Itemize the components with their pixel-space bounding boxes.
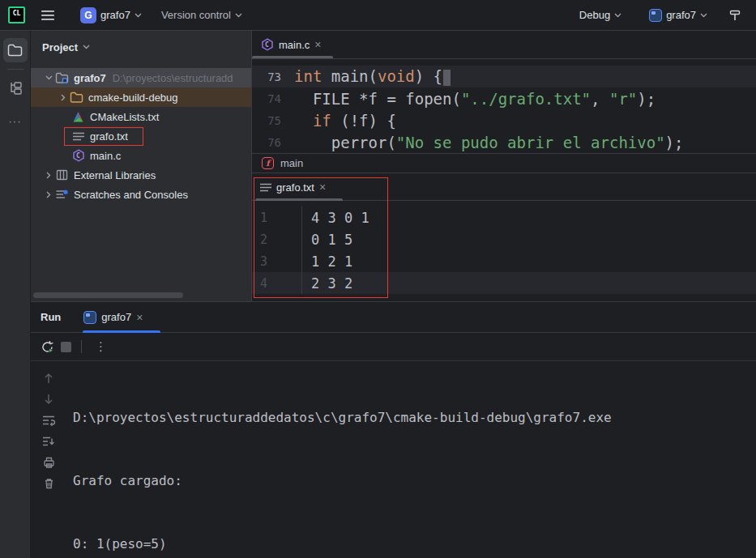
code-line: 76 perror("No se pudo abrir el archivo")… — [252, 131, 756, 153]
chevron-down-icon[interactable] — [42, 75, 55, 80]
rerun-button[interactable] — [41, 340, 54, 354]
code-line: 73 int main(void) { — [252, 66, 756, 87]
scroll-to-end-button[interactable] — [41, 431, 57, 452]
tree-row-project-root[interactable]: grafo7 D:\proyectos\estructuradd — [31, 68, 251, 87]
tree-label: grafo7 — [74, 72, 106, 84]
soft-wrap-button[interactable] — [41, 410, 57, 431]
stop-button[interactable] — [61, 342, 71, 352]
project-folder-icon — [55, 71, 69, 85]
chevron-down-icon — [700, 13, 707, 18]
hamburger-icon — [41, 11, 54, 20]
chevron-down-icon — [235, 13, 242, 18]
ide-window: CL G grafo7 Version control Debug grafo7 — [0, 0, 756, 558]
code-line: 74 FILE *f = fopen("../grafo.txt", "r"); — [252, 87, 756, 109]
run-tool-window: Run grafo7 × ⋮ — [31, 301, 756, 558]
function-icon: f — [262, 157, 274, 169]
tree-row-cmakelists[interactable]: CMakeLists.txt — [31, 107, 251, 126]
code-view[interactable]: 73 int main(void) { 74 FILE *f = fopen("… — [252, 59, 756, 153]
grafo-file-view[interactable]: 1 4 3 0 1 2 0 1 5 3 1 2 1 4 2 3 2 — [252, 201, 756, 294]
run-config-label: grafo7 — [666, 9, 696, 21]
tab-grafo-txt[interactable]: grafo.txt × — [252, 173, 334, 201]
tree-row-main-c[interactable]: C main.c — [31, 146, 251, 165]
line-number: 74 — [252, 92, 294, 105]
project-widget[interactable]: G grafo7 — [75, 4, 147, 27]
grafo-line: 2 0 1 5 — [252, 228, 756, 250]
tree-label: main.c — [90, 150, 121, 162]
grafo-tab-bar: grafo.txt × — [252, 173, 756, 201]
console-gutter — [31, 361, 66, 558]
structure-icon — [8, 81, 23, 96]
chevron-down-icon — [614, 13, 621, 18]
c-file-icon: C — [260, 38, 274, 52]
code-line: 75 if (!f) { — [252, 109, 756, 131]
project-tool-button[interactable] — [3, 38, 28, 62]
close-icon[interactable]: × — [314, 39, 321, 50]
more-options-button[interactable]: ⋮ — [92, 339, 110, 354]
active-tab-indicator — [252, 56, 333, 58]
console: D:\proyectos\estructuraddedatos\c\grafo7… — [31, 361, 756, 558]
tab-label: grafo.txt — [276, 181, 314, 194]
tree-row-scratches[interactable]: Scratches and Consoles — [31, 185, 251, 204]
console-line: 0: 1(peso=5) — [73, 534, 612, 555]
active-tab-indicator — [83, 330, 160, 333]
line-number: 3 — [252, 250, 302, 272]
scratches-icon — [55, 188, 69, 202]
grafo-line: 1 4 3 0 1 — [252, 207, 756, 228]
close-icon[interactable]: × — [319, 181, 326, 193]
tree-label: External Libraries — [74, 169, 156, 181]
chevron-right-icon[interactable] — [42, 172, 55, 179]
toolbar-separator — [81, 340, 82, 353]
tree-row-cmake-build-debug[interactable]: cmake-build-debug — [31, 87, 251, 107]
tab-main-c[interactable]: C main.c × — [252, 31, 329, 58]
more-tool-windows-button[interactable]: ··· — [3, 109, 28, 133]
tree-label: cmake-build-debug — [88, 92, 178, 104]
c-letter: C — [265, 41, 269, 49]
run-config-icon — [649, 9, 662, 22]
horizontal-scrollbar[interactable] — [33, 292, 183, 298]
hammer-icon — [728, 9, 741, 22]
run-panel-title[interactable]: Run — [31, 311, 75, 323]
line-number: 1 — [252, 207, 302, 228]
scroll-down-button[interactable] — [41, 389, 57, 410]
debug-mode-label: Debug — [579, 9, 610, 21]
tree-row-external-libraries[interactable]: External Libraries — [31, 165, 251, 185]
project-panel-header[interactable]: Project — [31, 31, 251, 63]
grafo-line: 3 1 2 1 — [252, 250, 756, 272]
print-button[interactable] — [41, 452, 57, 473]
cmake-icon — [71, 110, 85, 124]
more-icon: ··· — [9, 115, 22, 127]
breadcrumb-label: main — [280, 157, 303, 169]
vcs-widget[interactable]: Version control — [156, 6, 247, 24]
clear-console-button[interactable] — [41, 473, 57, 494]
tree-label: grafo.txt — [90, 130, 128, 143]
scroll-up-button[interactable] — [41, 368, 57, 389]
sticky-function-header[interactable]: f main — [252, 153, 756, 173]
run-config-icon — [83, 311, 96, 324]
project-avatar: G — [80, 7, 96, 23]
run-tab-grafo7[interactable]: grafo7 × — [75, 302, 151, 332]
active-tab-indicator — [255, 198, 343, 201]
chevron-right-icon[interactable] — [57, 94, 70, 101]
close-icon[interactable]: × — [136, 312, 143, 323]
folder-icon — [70, 91, 83, 104]
structure-tool-button[interactable] — [3, 76, 28, 100]
main-menu-button[interactable] — [36, 7, 59, 23]
run-header: Run grafo7 × — [31, 302, 756, 333]
console-output[interactable]: D:\proyectos\estructuraddedatos\c\grafo7… — [66, 361, 612, 558]
chevron-down-icon — [83, 45, 90, 49]
tree-row-grafo-txt[interactable]: grafo.txt — [31, 126, 251, 146]
library-icon — [55, 168, 69, 182]
text-file-icon — [71, 130, 85, 143]
run-configuration-selector[interactable]: grafo7 — [644, 6, 712, 25]
chevron-down-icon — [135, 13, 142, 18]
left-tool-strip: ··· — [0, 31, 31, 558]
tree-label: CMakeLists.txt — [90, 111, 159, 123]
grafo-line: 4 2 3 2 — [252, 272, 756, 294]
main-toolbar: CL G grafo7 Version control Debug grafo7 — [0, 0, 756, 31]
debug-mode-selector[interactable]: Debug — [574, 6, 626, 24]
project-root-path: D:\proyectos\estructuradd — [113, 72, 233, 84]
line-number: 73 — [252, 70, 294, 83]
build-button[interactable] — [724, 6, 746, 25]
chevron-right-icon[interactable] — [42, 191, 55, 198]
folder-icon — [7, 44, 23, 57]
